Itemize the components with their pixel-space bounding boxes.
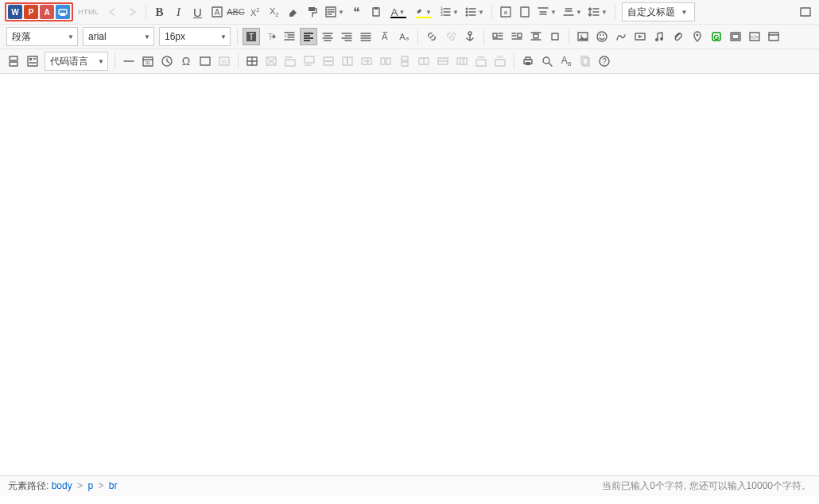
ordered-list-button[interactable]: 123▼ bbox=[437, 3, 461, 21]
image-left-button[interactable] bbox=[489, 28, 507, 45]
path-br[interactable]: br bbox=[109, 480, 118, 491]
svg-line-140 bbox=[549, 63, 552, 66]
delete-row-button[interactable] bbox=[320, 52, 337, 70]
map-button[interactable] bbox=[689, 28, 706, 45]
insert-caption-button[interactable]: abc bbox=[491, 52, 509, 70]
insertparagraph-before-button[interactable] bbox=[281, 52, 299, 70]
code-language-select[interactable]: 代码语言▼ bbox=[45, 52, 108, 71]
path-p[interactable]: p bbox=[87, 480, 93, 491]
blockquote-button[interactable]: ❝ bbox=[348, 3, 366, 21]
bold-button[interactable]: B bbox=[151, 3, 169, 21]
svg-rect-101 bbox=[200, 57, 210, 65]
fontborder-button[interactable]: A bbox=[208, 3, 226, 21]
forecolor-button[interactable]: A▼ bbox=[386, 3, 410, 21]
custom-title-select[interactable]: 自定义标题▼ bbox=[622, 2, 695, 21]
underline-button[interactable]: U bbox=[189, 3, 207, 21]
align-justify-button[interactable] bbox=[357, 28, 375, 45]
subscript-button[interactable]: X2 bbox=[266, 3, 283, 21]
align-right-button[interactable] bbox=[338, 28, 355, 45]
date-button[interactable]: 31 bbox=[139, 52, 157, 70]
snapscreen-button[interactable] bbox=[196, 52, 214, 70]
split-cols-button[interactable] bbox=[453, 52, 471, 70]
unordered-list-button[interactable]: ▼ bbox=[463, 3, 487, 21]
eraser-button[interactable] bbox=[285, 3, 302, 21]
font-size-select[interactable]: 16px▼ bbox=[159, 27, 231, 46]
strikethrough-button[interactable]: ABC bbox=[227, 3, 245, 21]
pasteplain-button[interactable] bbox=[367, 3, 385, 21]
webapp-button[interactable] bbox=[765, 28, 782, 45]
insertparagraph-after-button[interactable] bbox=[301, 52, 318, 70]
svg-text:A: A bbox=[214, 8, 219, 17]
pagebreak-button[interactable] bbox=[5, 52, 22, 70]
insert-code-button[interactable]: </> bbox=[746, 28, 763, 45]
print-icon-button[interactable] bbox=[519, 52, 537, 70]
insert-table-button[interactable] bbox=[243, 52, 261, 70]
import-word-button[interactable]: W bbox=[8, 5, 22, 19]
unlink-button[interactable] bbox=[442, 28, 460, 45]
music-button[interactable] bbox=[650, 28, 668, 45]
tolowercase-button[interactable]: Aₐ bbox=[395, 28, 413, 45]
import-pdf-button[interactable]: A bbox=[40, 5, 54, 19]
italic-button[interactable]: I bbox=[170, 3, 188, 21]
scrawl-button[interactable] bbox=[612, 28, 630, 45]
template-button[interactable] bbox=[24, 52, 41, 70]
editor-content-area[interactable] bbox=[0, 74, 819, 475]
spechars-button[interactable]: Ω bbox=[177, 52, 195, 70]
anchor-button[interactable] bbox=[461, 28, 479, 45]
delete-caption-button[interactable] bbox=[472, 52, 490, 70]
gmap-button[interactable]: G bbox=[708, 28, 725, 45]
font-family-select[interactable]: arial▼ bbox=[83, 27, 154, 46]
superscript-button[interactable]: X2 bbox=[246, 3, 264, 21]
link-button[interactable] bbox=[423, 28, 441, 45]
delete-table-button[interactable] bbox=[262, 52, 280, 70]
rowspacing-bottom-button[interactable]: ▼ bbox=[561, 3, 584, 21]
import-ppt-button[interactable]: P bbox=[24, 5, 38, 19]
undo-button[interactable] bbox=[104, 3, 122, 21]
merge-cells-button[interactable] bbox=[358, 52, 375, 70]
image-right-button[interactable] bbox=[508, 28, 526, 45]
format-paint-button[interactable] bbox=[304, 3, 321, 21]
paragraph-select[interactable]: 段落▼ bbox=[6, 27, 78, 46]
svg-rect-123 bbox=[402, 56, 408, 60]
cleardoc-button[interactable] bbox=[516, 3, 534, 21]
backcolor-button[interactable]: ▼ bbox=[412, 3, 436, 21]
horizontal-rule-button[interactable] bbox=[120, 52, 138, 70]
merge-right-button[interactable] bbox=[377, 52, 394, 70]
redo-button[interactable] bbox=[123, 3, 141, 21]
direction-ltr-button[interactable]: T bbox=[243, 28, 260, 45]
delete-col-button[interactable] bbox=[339, 52, 356, 70]
print-button[interactable] bbox=[56, 5, 70, 19]
attachment-button[interactable] bbox=[670, 28, 687, 45]
svg-point-80 bbox=[660, 37, 663, 41]
time-button[interactable] bbox=[158, 52, 176, 70]
search-replace-button[interactable]: AB bbox=[557, 52, 575, 70]
svg-point-17 bbox=[466, 8, 468, 10]
align-left-button[interactable] bbox=[300, 28, 317, 45]
path-body[interactable]: body bbox=[52, 480, 72, 491]
selectall-button[interactable]: a bbox=[497, 3, 514, 21]
emotion-button[interactable] bbox=[593, 28, 611, 45]
merge-down-button[interactable] bbox=[396, 52, 413, 70]
insert-video-button[interactable] bbox=[631, 28, 649, 45]
split-cells-button[interactable] bbox=[415, 52, 433, 70]
drafts-button[interactable] bbox=[576, 52, 594, 70]
direction-rtl-button[interactable]: T bbox=[262, 28, 279, 45]
autotypeset-button[interactable]: ▼ bbox=[323, 3, 347, 21]
rowspacing-top-button[interactable]: ▼ bbox=[535, 3, 559, 21]
svg-rect-88 bbox=[769, 33, 778, 41]
insert-image-button[interactable] bbox=[574, 28, 592, 45]
svg-text:31: 31 bbox=[146, 60, 151, 65]
help-button[interactable]: ? bbox=[596, 52, 613, 70]
indent-button[interactable] bbox=[281, 28, 298, 45]
preview-button[interactable] bbox=[538, 52, 556, 70]
image-center-button[interactable] bbox=[527, 28, 545, 45]
source-html-button[interactable]: HTML bbox=[75, 8, 103, 16]
fullscreen-button[interactable] bbox=[797, 3, 814, 21]
insert-frame-button[interactable] bbox=[727, 28, 744, 45]
split-rows-button[interactable] bbox=[434, 52, 452, 70]
lineheight-button[interactable]: ▼ bbox=[586, 3, 610, 21]
touppercase-button[interactable]: A̅ bbox=[376, 28, 394, 45]
align-center-button[interactable] bbox=[319, 28, 336, 45]
image-none-button[interactable] bbox=[546, 28, 564, 45]
wordimage-button[interactable]: W bbox=[215, 52, 233, 70]
